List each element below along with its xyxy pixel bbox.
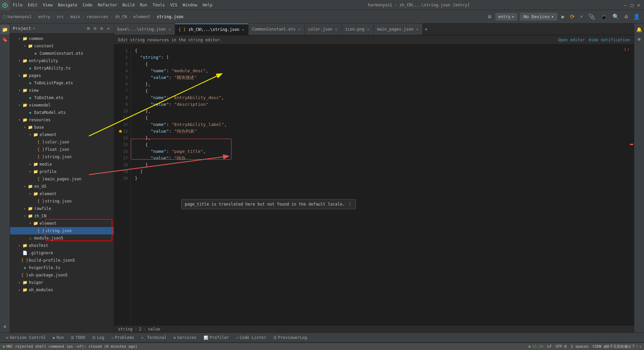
tree-item-base-string-json[interactable]: ▸ { } string.json: [10, 153, 114, 161]
tree-item-en-element[interactable]: ▾ 📁 element: [10, 190, 114, 198]
no-devices-button[interactable]: No Devices ▾: [520, 13, 557, 20]
menu-navigate[interactable]: Navigate: [55, 1, 80, 9]
tree-item-pages[interactable]: ▾ 📁 pages: [10, 72, 114, 79]
tooltip-close-button[interactable]: ⋮: [347, 202, 352, 207]
tab-code-linter[interactable]: ✓ Code Linter: [233, 333, 270, 343]
tab-icon-png[interactable]: icon.png ✕: [342, 24, 374, 35]
tree-item-gitignore[interactable]: ▸ 📄 .gitignore: [10, 249, 114, 257]
tree-item-media[interactable]: ▸ 📁 media: [10, 161, 114, 168]
breadcrumb-src[interactable]: src: [57, 14, 64, 19]
tree-item-color-json[interactable]: ▸ { } color.json: [10, 138, 114, 146]
menu-file[interactable]: File: [10, 1, 25, 9]
tree-item-build-profile[interactable]: ▸ { } build-profile.json5: [10, 257, 114, 264]
tab-close-color-json[interactable]: ✕: [334, 27, 338, 32]
tree-item-oh-modules[interactable]: ▸ 📁 oh_modules: [10, 286, 114, 294]
breadcrumb-project[interactable]: harmonyos1: [7, 14, 32, 19]
tree-item-DataModel[interactable]: ▸ ◈ DataModel.ets: [10, 109, 114, 116]
tree-item-constant[interactable]: ▾ 📁 constant: [10, 42, 114, 50]
tree-item-view[interactable]: ▾ 📁 view: [10, 87, 114, 94]
tab-zh-string[interactable]: { } zh_CN\...\string.json ✕: [175, 24, 249, 35]
reload-icon[interactable]: ⟳: [569, 13, 576, 20]
sidebar-bookmarks-icon[interactable]: 🔖: [0, 35, 10, 44]
menu-code[interactable]: Code: [80, 1, 95, 9]
tab-services[interactable]: ⚙ Services: [170, 333, 200, 343]
tab-log[interactable]: ☰ Log: [89, 333, 108, 343]
breadcrumb-main[interactable]: main: [70, 14, 80, 19]
status-indent[interactable]: 2 spaces: [571, 344, 589, 349]
tab-base-string[interactable]: base\...\string.json ✕: [114, 24, 175, 35]
breadcrumb-zh-cn[interactable]: zh_CN: [115, 14, 127, 19]
filetree-close-icon[interactable]: ✕: [106, 25, 111, 32]
tree-item-resources[interactable]: ▾ 📁 resources: [10, 116, 114, 124]
tree-item-rawfile[interactable]: ▸ 📁 rawfile: [10, 205, 114, 212]
tab-problems[interactable]: ⚠ Problems: [108, 333, 138, 343]
tree-item-oh-package[interactable]: ▸ { } oh-package.json5: [10, 271, 114, 279]
breadcrumb-file[interactable]: string.json: [157, 14, 183, 19]
tab-close-zh-string[interactable]: ✕: [241, 27, 245, 32]
tree-item-entryability[interactable]: ▾ 📁 entryability: [10, 57, 114, 64]
tree-item-CommonConstant[interactable]: ▸ ◈ CommonConstant.ets: [10, 50, 114, 57]
tab-close-CommonConstant[interactable]: ✕: [298, 27, 301, 32]
tree-item-viewmodel[interactable]: ▾ 📁 viewmodel: [10, 101, 114, 109]
menu-view[interactable]: View: [40, 1, 55, 9]
tree-item-en-us[interactable]: ▾ 📁 en_US: [10, 183, 114, 190]
tree-item-en-string-json[interactable]: ▸ { } string.json: [10, 198, 114, 205]
tree-item-module-json[interactable]: ▸ ⚠ module.json5: [10, 234, 114, 242]
tree-item-ToDoListPage[interactable]: ▸ ◈ ToDoListPage.ets: [10, 79, 114, 87]
user-icon[interactable]: 👤: [632, 13, 641, 20]
status-encoding[interactable]: LF: [547, 344, 551, 349]
tree-item-main-pages-json[interactable]: ▸ { } main_pages.json: [10, 175, 114, 183]
preview-icon[interactable]: 👁: [635, 35, 644, 44]
tab-run[interactable]: ▶ Run: [50, 333, 67, 343]
breadcrumb-resources[interactable]: resources: [87, 14, 108, 19]
menu-tools[interactable]: Tools: [150, 1, 167, 9]
menu-refactor[interactable]: Refactor: [95, 1, 120, 9]
device-manager-icon[interactable]: 📱: [599, 13, 608, 20]
tab-more-button[interactable]: ▾: [423, 27, 429, 32]
tree-item-zh-element[interactable]: ▾ 📁 element: [10, 220, 114, 227]
tab-close-icon-png[interactable]: ✕: [367, 27, 370, 32]
tree-item-hvigorfile[interactable]: ▸ ◈ hvigorfile.ts: [10, 264, 114, 271]
profile-icon[interactable]: ⚡: [579, 13, 585, 20]
tree-item-zh-string-json[interactable]: ▸ { } string.json: [10, 227, 114, 234]
tree-item-ohosTest[interactable]: ▸ 📁 ohosTest: [10, 242, 114, 249]
filetree-collapse-icon[interactable]: ⊟: [93, 25, 98, 32]
sidebar-structure-icon[interactable]: ≡: [0, 322, 10, 331]
menu-help[interactable]: Help: [200, 1, 215, 9]
tree-item-common[interactable]: ▾ 📁 common: [10, 35, 114, 42]
tree-item-hvigor[interactable]: ▸ 📁 hvigor: [10, 279, 114, 286]
menu-window[interactable]: Window: [180, 1, 200, 9]
tab-close-base-string[interactable]: ✕: [168, 27, 172, 32]
filetree-settings-icon[interactable]: ⚙: [99, 25, 104, 32]
menu-build[interactable]: Build: [120, 1, 137, 9]
maximize-button[interactable]: □: [629, 2, 635, 8]
tab-color-json[interactable]: color.json ✕: [305, 24, 342, 35]
settings-icon[interactable]: ⚙: [487, 13, 493, 20]
attach-icon[interactable]: 📎: [587, 13, 596, 20]
tab-main-pages[interactable]: main_pages.json ✕: [374, 24, 423, 35]
entry-dropdown[interactable]: entry ▾: [495, 13, 517, 20]
tab-version-control[interactable]: ⊙ Version Control: [3, 333, 50, 343]
tree-item-base-element[interactable]: ▾ 📁 element: [10, 131, 114, 138]
tree-item-ToDoItem[interactable]: ▸ ◈ ToDoItem.ets: [10, 94, 114, 101]
tab-CommonConstant[interactable]: CommonConstant.ets ✕: [249, 24, 305, 35]
breadcrumb-entry[interactable]: entry: [38, 14, 50, 19]
tab-profiler[interactable]: 📊 Profiler: [200, 333, 233, 343]
tab-terminal[interactable]: >_ Terminal: [138, 333, 170, 343]
sidebar-project-icon[interactable]: 📁: [0, 25, 10, 34]
hide-notification-link[interactable]: Hide notification: [589, 38, 630, 42]
menu-edit[interactable]: Edit: [25, 1, 40, 9]
tab-todo[interactable]: ☰ TODO: [67, 333, 89, 343]
tree-item-EntryAbility[interactable]: ▸ ◈ EntryAbility.ts: [10, 64, 114, 72]
menu-vcs[interactable]: VCS: [167, 1, 180, 9]
tree-item-float-json[interactable]: ▸ { } float.json: [10, 146, 114, 153]
open-editor-link[interactable]: Open editor: [558, 38, 585, 42]
tab-close-main-pages[interactable]: ✕: [416, 27, 419, 32]
breadcrumb-element[interactable]: element: [133, 14, 151, 19]
settings2-icon[interactable]: ⚙: [623, 13, 629, 20]
close-button[interactable]: ✕: [636, 2, 641, 8]
tree-item-base[interactable]: ▾ 📁 base: [10, 124, 114, 131]
tree-item-zh-cn[interactable]: ▾ 📁 zh_CN: [10, 212, 114, 220]
status-charset[interactable]: UTF-8: [556, 344, 567, 349]
search-icon[interactable]: 🔍: [611, 13, 621, 20]
